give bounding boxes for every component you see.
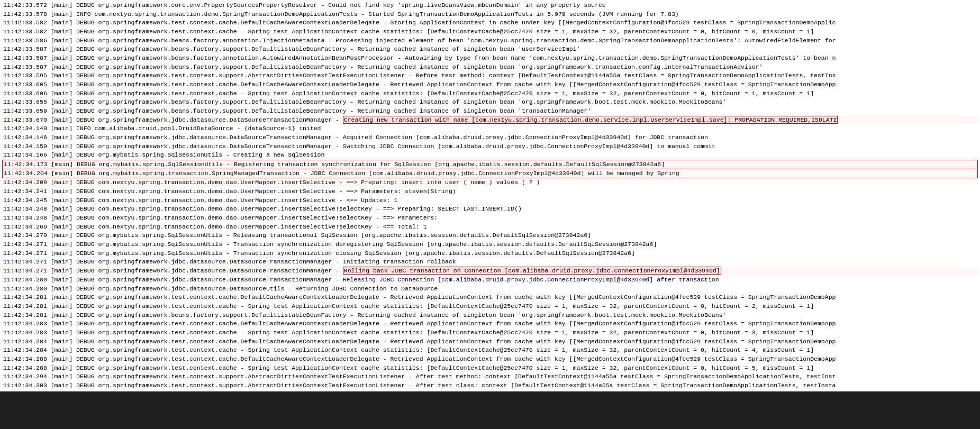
log-line: 11:42:33.587 [main] DEBUG org.springfram… <box>2 63 978 72</box>
log-line: 11:42:34.294 [main] DEBUG org.springfram… <box>2 372 978 381</box>
highlight-span: Rolling back JDBC transaction on Connect… <box>343 267 721 275</box>
log-line: 11:42:33.587 [main] DEBUG org.springfram… <box>2 45 978 54</box>
log-line: 11:42:34.280 [main] DEBUG org.springfram… <box>2 285 978 294</box>
log-line: 11:42:34.248 [main] DEBUG com.nextyu.spr… <box>2 205 978 214</box>
log-line: 11:42:34.270 [main] DEBUG org.mybatis.sp… <box>2 231 978 240</box>
log-line: 11:42:34.283 [main] DEBUG org.springfram… <box>2 320 978 328</box>
log-line: 11:42:34.241 [main] DEBUG com.nextyu.spr… <box>2 187 978 196</box>
log-line: 11:42:34.245 [main] DEBUG com.nextyu.spr… <box>2 196 978 205</box>
log-line: 11:42:34.283 [main] DEBUG org.springfram… <box>2 328 978 337</box>
log-line: 11:42:34.146 [main] DEBUG org.springfram… <box>2 133 978 142</box>
log-line: 11:42:34.271 [main] DEBUG org.springfram… <box>2 267 978 276</box>
log-line: 11:42:33.578 [main] INFO com.nextyu.spri… <box>2 10 978 19</box>
log-line: 11:42:33.572 [main] DEBUG org.springfram… <box>2 1 978 10</box>
log-line: 11:42:34.281 [main] DEBUG org.springfram… <box>2 302 978 311</box>
log-line: 11:42:34.209 [main] DEBUG com.nextyu.spr… <box>2 178 978 187</box>
log-line: 11:42:33.582 [main] DEBUG org.springfram… <box>2 28 978 36</box>
log-line: 11:42:34.269 [main] DEBUG com.nextyu.spr… <box>2 223 978 232</box>
log-line: 11:42:34.271 [main] DEBUG org.mybatis.sp… <box>2 240 978 249</box>
log-line: 11:42:33.655 [main] DEBUG org.springfram… <box>2 98 978 107</box>
log-line: 11:42:34.288 [main] DEBUG org.springfram… <box>2 355 978 364</box>
log-line: 11:42:34.303 [main] DEBUG org.springfram… <box>2 381 978 390</box>
log-line: 11:42:34.140 [main] INFO com.alibaba.dru… <box>2 124 978 133</box>
log-container: 11:42:33.572 [main] DEBUG org.springfram… <box>0 0 980 391</box>
log-line: 11:42:33.670 [main] DEBUG org.springfram… <box>2 116 978 125</box>
log-line: 11:42:34.288 [main] DEBUG org.springfram… <box>2 364 978 373</box>
log-line: 11:42:34.166 [main] DEBUG org.mybatis.sp… <box>2 151 978 160</box>
log-line: 11:42:34.281 [main] DEBUG org.springfram… <box>2 311 978 320</box>
log-line: 11:42:34.204 [main] DEBUG org.mybatis.sp… <box>2 169 978 179</box>
log-line: 11:42:34.271 [main] DEBUG org.mybatis.sp… <box>2 249 978 258</box>
log-line: 11:42:34.248 [main] DEBUG com.nextyu.spr… <box>2 214 978 223</box>
log-line: 11:42:34.150 [main] DEBUG org.springfram… <box>2 142 978 151</box>
log-line: 11:42:34.271 [main] DEBUG org.springfram… <box>2 258 978 267</box>
log-line: 11:42:34.284 [main] DEBUG org.springfram… <box>2 346 978 355</box>
log-line: 11:42:33.659 [main] DEBUG org.springfram… <box>2 107 978 116</box>
log-line: 11:42:33.605 [main] DEBUG org.springfram… <box>2 80 978 89</box>
log-line: 11:42:34.280 [main] DEBUG org.springfram… <box>2 276 978 285</box>
log-line: 11:42:33.586 [main] DEBUG org.springfram… <box>2 36 978 45</box>
log-line: 11:42:34.284 [main] DEBUG org.springfram… <box>2 337 978 346</box>
highlight-span: Creating new transaction with name [com.… <box>343 116 838 124</box>
log-line: 11:42:33.587 [main] DEBUG org.springfram… <box>2 54 978 63</box>
log-line: 11:42:34.281 [main] DEBUG org.springfram… <box>2 293 978 302</box>
log-line: 11:42:33.582 [main] DEBUG org.springfram… <box>2 19 978 28</box>
log-line: 11:42:33.606 [main] DEBUG org.springfram… <box>2 89 978 98</box>
log-line: 11:42:33.595 [main] DEBUG org.springfram… <box>2 71 978 80</box>
